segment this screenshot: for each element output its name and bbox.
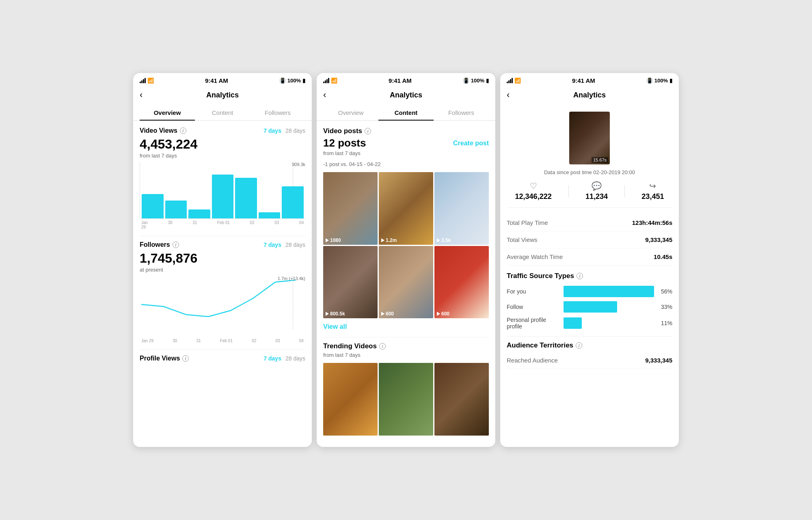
filter-7days-followers[interactable]: 7 days — [263, 242, 281, 248]
traffic-info-icon[interactable]: i — [577, 273, 583, 279]
traffic-section: Traffic Source Types i For you 56% Follo… — [507, 272, 672, 330]
traffic-for-you: For you 56% — [507, 286, 672, 297]
heart-icon: ♡ — [515, 181, 552, 191]
filter-28days-views[interactable]: 28 days — [285, 127, 305, 134]
shares-count: 23,451 — [641, 192, 664, 201]
video-count-5: 600 — [381, 311, 394, 317]
traffic-personal-label: Personal profileprofile — [507, 317, 559, 330]
signal-icon — [140, 78, 146, 83]
tab-content-2[interactable]: Content — [378, 105, 434, 120]
video-detail-thumbnail: 15.67s — [507, 112, 672, 166]
followers-chart: 1.7m (+13.4k) — [140, 276, 305, 337]
video-views-header: Video Views i 7 days 28 days — [140, 127, 305, 134]
view-all-button[interactable]: View all — [323, 323, 489, 330]
back-button-2[interactable]: ‹ — [323, 90, 335, 100]
back-button-1[interactable]: ‹ — [140, 90, 152, 100]
play-icon-1 — [326, 238, 329, 242]
divider-2 — [140, 350, 305, 350]
video-thumb-5[interactable]: 600 — [379, 246, 433, 319]
bar-3 — [188, 209, 210, 218]
posts-sub-2: -1 post vs. 04-15 - 04-22 — [323, 161, 489, 167]
filter-28days-profile[interactable]: 28 days — [285, 355, 305, 362]
stat-divider-1 — [568, 185, 569, 197]
battery-icon-3: ▮ — [669, 78, 672, 84]
tab-content-1[interactable]: Content — [195, 105, 250, 120]
audience-info-icon[interactable]: i — [576, 342, 582, 349]
tab-followers-1[interactable]: Followers — [250, 105, 305, 120]
filter-7days-views[interactable]: 7 days — [263, 127, 281, 134]
reached-audience-value: 9,333,345 — [645, 357, 672, 364]
video-thumb-2[interactable]: 1.2m — [379, 172, 433, 245]
trending-info[interactable]: i — [379, 343, 386, 350]
create-post-button[interactable]: Create post — [453, 140, 489, 147]
traffic-follow-bar-container — [564, 301, 654, 313]
screen3-content: 15.67s Data since post time 02-20-2019 2… — [500, 105, 679, 382]
screen1-content: Video Views i 7 days 28 days 4,453,224 f… — [133, 121, 312, 370]
likes-count: 12,346,222 — [515, 192, 552, 201]
profile-views-filters: 7 days 28 days — [263, 355, 305, 362]
screen-detail: 📶 9:41 AM 📳 100% ▮ ‹ Analytics 15.67s Da… — [500, 73, 679, 447]
posts-sub-1: from last 7 days — [323, 150, 489, 156]
trending-thumb-3[interactable] — [434, 363, 489, 436]
video-views-info-icon[interactable]: i — [180, 127, 186, 134]
traffic-follow-bar — [564, 301, 617, 313]
tab-followers-2[interactable]: Followers — [434, 105, 489, 120]
video-count-4: 800.5k — [326, 311, 345, 317]
followers-filters: 7 days 28 days — [263, 242, 305, 248]
video-count-3: 3.5k — [437, 237, 451, 243]
play-icon-5 — [381, 312, 384, 316]
video-thumb-1[interactable]: 1080 — [323, 172, 378, 245]
divider-1 — [140, 236, 305, 236]
profile-views-title: Profile Views i — [140, 355, 189, 362]
back-button-3[interactable]: ‹ — [507, 90, 519, 100]
trending-thumb-1[interactable] — [323, 363, 378, 436]
video-thumb-4[interactable]: 800.5k — [323, 246, 378, 319]
status-time-2: 9:41 AM — [389, 77, 412, 84]
traffic-personal-pct: 11% — [658, 320, 672, 326]
trending-title: Trending Videos i — [323, 342, 489, 350]
playtime-label: Total Play Time — [507, 219, 548, 226]
screens-container: 📶 9:41 AM 📳 100% ▮ ‹ Analytics Overview … — [125, 65, 687, 455]
play-icon-4 — [326, 312, 329, 316]
wifi-icon-3: 📶 — [514, 78, 521, 84]
status-right-2: 📳 100% ▮ — [463, 78, 489, 84]
trending-thumb-2[interactable] — [379, 363, 433, 436]
video-thumb-6[interactable]: 600 — [434, 246, 489, 319]
signal-icon-3 — [507, 78, 513, 83]
chart-max-label: 909.3k — [292, 162, 305, 167]
reached-audience-label: Reached Audience — [507, 357, 558, 364]
profile-views-info-icon[interactable]: i — [182, 355, 189, 362]
stat-divider-2 — [624, 185, 625, 197]
reached-audience-row: Reached Audience 9,333,345 — [507, 352, 672, 369]
video-count-6: 600 — [437, 311, 449, 317]
profile-views-header: Profile Views i 7 days 28 days — [140, 355, 305, 362]
tab-overview-2[interactable]: Overview — [323, 105, 378, 120]
tab-overview-1[interactable]: Overview — [140, 105, 195, 120]
chart-x-labels: Jan29 30 31 Feb 01 02 03 04 — [140, 220, 305, 229]
traffic-for-you-label: For you — [507, 288, 559, 295]
traffic-title: Traffic Source Types i — [507, 272, 672, 280]
bar-1 — [142, 194, 164, 218]
views-label: Total Views — [507, 236, 538, 243]
followers-info-icon[interactable]: i — [173, 242, 179, 248]
metric-views: Total Views 9,333,345 — [507, 231, 672, 248]
video-thumb-3[interactable]: 3.5k — [434, 172, 489, 245]
play-icon-2 — [381, 238, 384, 242]
watch-time-value: 10.45s — [654, 253, 672, 260]
followers-chart-svg — [140, 276, 305, 329]
trending-grid — [323, 363, 489, 436]
divider-4 — [507, 336, 672, 337]
video-posts-info[interactable]: i — [365, 128, 371, 134]
metrics-list: Total Play Time 123h:44m:56s Total Views… — [507, 214, 672, 265]
trending-sub: from last 7 days — [323, 352, 489, 358]
nav-title-1: Analytics — [206, 91, 239, 99]
filter-7days-profile[interactable]: 7 days — [263, 355, 281, 362]
audience-section: Audience Territories i Reached Audience … — [507, 341, 672, 369]
filter-28days-followers[interactable]: 28 days — [285, 242, 305, 248]
traffic-follow: Follow 33% — [507, 301, 672, 313]
video-views-filters: 7 days 28 days — [263, 127, 305, 134]
traffic-personal-bar-container — [564, 317, 654, 329]
traffic-personal: Personal profileprofile 11% — [507, 317, 672, 330]
nav-title-3: Analytics — [573, 91, 606, 99]
status-right-3: 📳 100% ▮ — [646, 78, 672, 84]
